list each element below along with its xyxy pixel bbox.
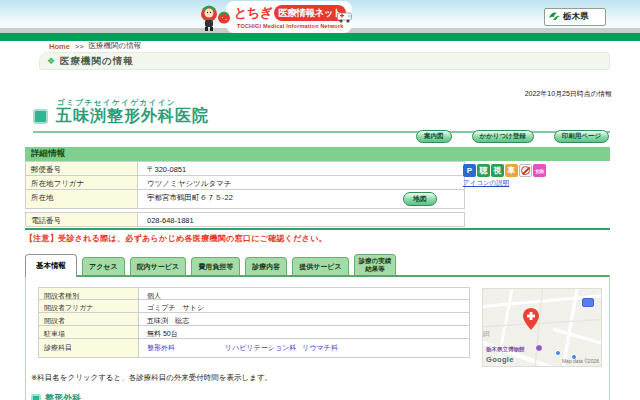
ambulance-icon	[337, 9, 354, 27]
address-text: 宇都宮市鶴田町６７５-22	[147, 193, 233, 202]
action-buttons: 案内図 かかりつけ登録 印刷用ページ	[416, 130, 609, 143]
hospital-map-pin-icon[interactable]	[523, 308, 539, 334]
row-label: 所在地	[26, 190, 138, 208]
row-label: 駐車場	[39, 326, 139, 338]
row-label: 開設者	[39, 313, 139, 325]
department-link-rehabilitation[interactable]: リハビリテーション科	[225, 343, 296, 353]
site-logo-text-1: とちぎ	[234, 4, 272, 22]
header-green-bar	[0, 33, 640, 41]
icons-help-link[interactable]: アイコンの説明	[463, 179, 509, 188]
map-area-label: 鶴田	[482, 330, 490, 339]
details-section-header: 詳細情報	[25, 147, 610, 161]
table-row-departments: 診療科目 整形外科 リハビリテーション科 リウマチ科	[38, 339, 470, 358]
department-link-rheumatology[interactable]: リウマチ科	[302, 343, 338, 353]
table-row: 開設者種別 個人	[38, 287, 470, 300]
department-footnote: ※科目名をクリックすると、各診療科目の外来受付時間を表示します。	[31, 373, 272, 383]
department-link-orthopedics[interactable]: 整形外科	[147, 343, 175, 353]
next-section-heading: 整形外科	[31, 392, 81, 400]
museum-label: 栃木県立博物館	[486, 346, 525, 353]
breadcrumb-current: 医療機関の情報	[89, 41, 142, 51]
prefecture-name: 栃木県	[563, 11, 589, 23]
print-page-button[interactable]: 印刷用ページ	[554, 130, 609, 143]
tab-basic-info[interactable]: 基本情報	[25, 254, 77, 277]
caution-text: 【注意】受診される際は、必ずあらかじめ各医療機関の窓口にご確認ください。	[25, 233, 327, 244]
tab-access[interactable]: アクセス	[82, 257, 125, 275]
table-row: 駐車場 無料 50台	[38, 326, 470, 339]
wheelchair-icon: 車	[505, 164, 518, 177]
prefecture-bird-icon	[548, 8, 561, 26]
row-value: ウツノミヤシツルタマチ	[138, 176, 464, 189]
breadcrumb-separator: >>	[75, 42, 84, 51]
map-button[interactable]: 地図	[403, 192, 437, 206]
details-table: 郵便番号 〒320-0851 所在地フリガナ ウツノミヤシツルタマチ 所在地 宇…	[25, 161, 465, 227]
guide-map-button[interactable]: 案内図	[416, 130, 452, 143]
hearing-support-icon: 聴	[477, 164, 490, 177]
family-doctor-registration-button[interactable]: かかりつけ登録	[472, 130, 534, 143]
table-row: 所在地 宇都宮市鶴田町６７５-22 地図	[25, 190, 465, 209]
row-label: 電話番号	[26, 213, 138, 226]
details-bottom-line	[25, 228, 610, 230]
table-row: 所在地フリガナ ウツノミヤシツルタマチ	[25, 176, 465, 190]
prefecture-logo[interactable]: 栃木県	[544, 8, 606, 26]
facility-icons: P 聴 視 車 女医	[463, 164, 546, 177]
female-doctor-icon: 女医	[533, 164, 546, 177]
clover-icon: ❖	[47, 57, 55, 66]
row-value: ゴミブチ サトシ	[139, 300, 469, 312]
tab-results[interactable]: 診療の実績 結果等	[354, 254, 397, 275]
row-label: 郵便番号	[26, 162, 138, 175]
row-label: 診療科目	[39, 339, 139, 357]
details-section: 詳細情報 郵便番号 〒320-0851 所在地フリガナ ウツノミヤシツルタマチ …	[25, 147, 610, 231]
basic-info-table: 開設者種別 個人 開設者フリガナ ゴミブチ サトシ 開設者 五味渕 聡志 駐車場…	[38, 287, 470, 358]
page: とちぎ 医療情報ネット TOCHIGI Medical Information …	[0, 0, 640, 400]
no-smoking-icon	[519, 164, 532, 177]
basic-info-panel: 開設者種別 個人 開設者フリガナ ゴミブチ サトシ 開設者 五味渕 聡志 駐車場…	[25, 275, 610, 400]
tab-costs[interactable]: 費用負担等	[191, 257, 240, 275]
row-label: 開設者フリガナ	[39, 300, 139, 312]
tab-bar: 基本情報 アクセス 院内サービス 費用負担等 診療内容 提供サービス 診療の実績…	[25, 252, 610, 275]
table-row: 電話番号 028-648-1881	[25, 212, 465, 227]
tab-provided-services[interactable]: 提供サービス	[292, 257, 349, 275]
parking-icon: P	[463, 164, 476, 177]
row-label: 開設者種別	[39, 288, 139, 299]
museum-marker-icon	[535, 344, 543, 352]
tab-medical-content[interactable]: 診療内容	[245, 257, 287, 275]
mascot-icon	[196, 0, 234, 36]
table-row: 開設者 五味渕 聡志	[38, 313, 470, 326]
table-row: 開設者フリガナ ゴミブチ サトシ	[38, 300, 470, 313]
row-value: 個人	[139, 288, 469, 299]
row-value: 028-648-1881	[138, 213, 464, 226]
row-value: 宇都宮市鶴田町６７５-22 地図	[138, 190, 464, 208]
row-value: 無料 50台	[139, 326, 469, 338]
section-bullet-icon	[31, 394, 41, 400]
transit-marker-icon	[555, 350, 561, 356]
row-label: 所在地フリガナ	[26, 176, 138, 189]
site-logo-text-2: 医療情報ネット	[274, 5, 346, 21]
next-section-title: 整形外科	[45, 392, 81, 400]
as-of-date: 2022年10月25日時点の情報	[525, 89, 612, 99]
google-logo: Google	[486, 355, 514, 364]
tab-in-hospital-services[interactable]: 院内サービス	[130, 257, 187, 275]
site-logo[interactable]: とちぎ 医療情報ネット	[234, 4, 346, 22]
page-title-bar: ❖ 医療機関の情報	[39, 52, 610, 70]
breadcrumb: Home >> 医療機関の情報	[49, 41, 141, 51]
page-title: 医療機関の情報	[60, 55, 134, 68]
table-row: 郵便番号 〒320-0851	[25, 161, 465, 176]
road-badge-icon	[582, 298, 594, 307]
hospital-name: 五味渕整形外科医院	[56, 106, 209, 127]
breadcrumb-home-link[interactable]: Home	[49, 42, 70, 51]
row-value: 〒320-0851	[138, 162, 464, 175]
department-links: 整形外科 リハビリテーション科 リウマチ科	[139, 339, 469, 357]
hospital-bullet-icon	[33, 109, 48, 124]
row-value: 五味渕 聡志	[139, 313, 469, 325]
vision-support-icon: 視	[491, 164, 504, 177]
map-canvas[interactable]: 鶴田 栃木県立博物館 Google Map data ©2026	[482, 288, 602, 367]
site-logo-subtitle: TOCHIGI Medical Information Network	[237, 23, 344, 29]
map-attribution: Map data ©2026	[562, 358, 599, 364]
